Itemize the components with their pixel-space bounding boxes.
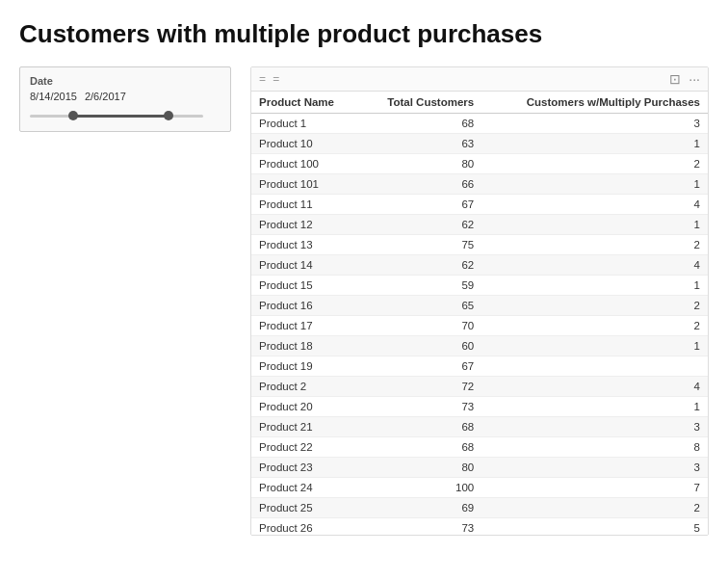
table-area: = = ⊡ ··· Product Name Total Customers C…	[250, 66, 709, 536]
table-row: Product 18601	[251, 336, 708, 356]
cell-13-0: Product 2	[251, 377, 359, 397]
cell-6-1: 75	[359, 235, 481, 255]
table-row: Product 100802	[251, 154, 708, 174]
cell-11-1: 60	[359, 336, 481, 356]
cell-2-0: Product 100	[251, 154, 359, 174]
table-row: Product 13752	[251, 235, 708, 255]
cell-9-1: 65	[359, 296, 481, 316]
cell-6-2: 2	[481, 235, 708, 255]
col-total-customers: Total Customers	[359, 92, 481, 114]
table-header-icons: ⊡ ···	[669, 71, 700, 87]
cell-3-0: Product 101	[251, 174, 359, 195]
table-body: Product 1683Product 10631Product 100802P…	[251, 114, 708, 536]
cell-18-0: Product 24	[251, 478, 359, 498]
cell-3-2: 1	[481, 174, 708, 195]
cell-9-2: 2	[481, 296, 708, 316]
cell-16-1: 68	[359, 437, 481, 458]
cell-16-2: 8	[481, 437, 708, 458]
main-content: Date 8/14/2015 2/6/2017 = = ⊡ ···	[19, 66, 709, 536]
slider-thumb-right[interactable]	[164, 111, 173, 120]
table-row: Product 2724	[251, 377, 708, 397]
cell-7-1: 62	[359, 255, 481, 276]
cell-17-1: 80	[359, 458, 481, 478]
page-container: Customers with multiple product purchase…	[0, 0, 728, 580]
cell-5-1: 62	[359, 215, 481, 235]
cell-19-1: 69	[359, 498, 481, 518]
table-row: Product 1683	[251, 114, 708, 134]
table-wrapper: Product Name Total Customers Customers w…	[251, 92, 708, 535]
cell-4-0: Product 11	[251, 195, 359, 215]
cell-20-0: Product 26	[251, 518, 359, 536]
cell-15-0: Product 21	[251, 417, 359, 437]
table-row: Product 16652	[251, 296, 708, 316]
date-slider[interactable]	[30, 108, 203, 123]
table-row: Product 14624	[251, 255, 708, 276]
table-row: Product 21683	[251, 417, 708, 437]
cell-12-2	[481, 356, 708, 377]
cell-20-1: 73	[359, 518, 481, 536]
cell-5-2: 1	[481, 215, 708, 235]
cell-5-0: Product 12	[251, 215, 359, 235]
table-row: Product 23803	[251, 458, 708, 478]
cell-12-1: 67	[359, 356, 481, 377]
cell-14-0: Product 20	[251, 397, 359, 417]
data-table: Product Name Total Customers Customers w…	[251, 92, 708, 535]
cell-2-1: 80	[359, 154, 481, 174]
cell-0-1: 68	[359, 114, 481, 134]
table-row: Product 11674	[251, 195, 708, 215]
cell-6-0: Product 13	[251, 235, 359, 255]
cell-10-2: 2	[481, 316, 708, 336]
date-filter-label: Date	[30, 75, 221, 87]
table-row: Product 10631	[251, 134, 708, 154]
table-header-bar: = = ⊡ ···	[251, 67, 708, 92]
table-row: Product 25692	[251, 498, 708, 518]
cell-3-1: 66	[359, 174, 481, 195]
cell-8-2: 1	[481, 276, 708, 296]
page-title: Customers with multiple product purchase…	[19, 19, 709, 49]
cell-14-1: 73	[359, 397, 481, 417]
cell-19-0: Product 25	[251, 498, 359, 518]
table-row: Product 17702	[251, 316, 708, 336]
cell-7-2: 4	[481, 255, 708, 276]
slider-thumb-left[interactable]	[68, 111, 78, 120]
cell-1-2: 1	[481, 134, 708, 154]
col-product-name: Product Name	[251, 92, 359, 114]
cell-0-0: Product 1	[251, 114, 359, 134]
cell-10-1: 70	[359, 316, 481, 336]
cell-15-1: 68	[359, 417, 481, 437]
table-row: Product 22688	[251, 437, 708, 458]
expand-icon[interactable]: ⊡	[669, 71, 681, 87]
date-range-values: 8/14/2015 2/6/2017	[30, 91, 221, 102]
cell-16-0: Product 22	[251, 437, 359, 458]
cell-13-1: 72	[359, 377, 481, 397]
col-customers-multiply: Customers w/Multiply Purchases	[481, 92, 708, 114]
cell-11-2: 1	[481, 336, 708, 356]
date-filter-panel: Date 8/14/2015 2/6/2017	[19, 66, 231, 132]
cell-18-2: 7	[481, 478, 708, 498]
cell-13-2: 4	[481, 377, 708, 397]
table-row: Product 26735	[251, 518, 708, 536]
cell-9-0: Product 16	[251, 296, 359, 316]
cell-2-2: 2	[481, 154, 708, 174]
table-row: Product 241007	[251, 478, 708, 498]
table-header-row: Product Name Total Customers Customers w…	[251, 92, 708, 114]
table-row: Product 20731	[251, 397, 708, 417]
slider-fill	[73, 115, 169, 118]
date-start: 8/14/2015	[30, 91, 77, 102]
table-row: Product 15591	[251, 276, 708, 296]
date-end: 2/6/2017	[85, 91, 126, 102]
cell-4-2: 4	[481, 195, 708, 215]
table-row: Product 12621	[251, 215, 708, 235]
drag-handle-icon: = =	[259, 72, 281, 86]
cell-17-2: 3	[481, 458, 708, 478]
cell-10-0: Product 17	[251, 316, 359, 336]
cell-14-2: 1	[481, 397, 708, 417]
cell-12-0: Product 19	[251, 356, 359, 377]
cell-1-1: 63	[359, 134, 481, 154]
table-row: Product 1967	[251, 356, 708, 377]
cell-8-0: Product 15	[251, 276, 359, 296]
more-options-icon[interactable]: ···	[689, 71, 700, 87]
cell-19-2: 2	[481, 498, 708, 518]
cell-17-0: Product 23	[251, 458, 359, 478]
cell-20-2: 5	[481, 518, 708, 536]
